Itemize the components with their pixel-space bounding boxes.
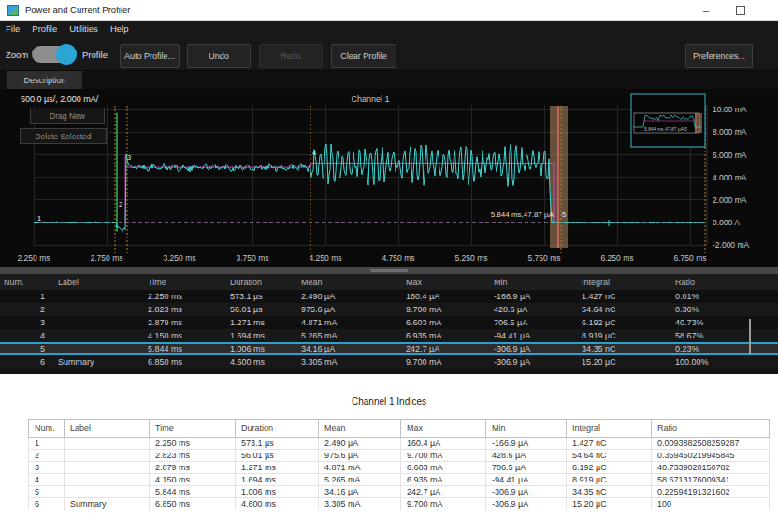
svg-text:6.250 ms: 6.250 ms — [601, 253, 634, 263]
cell: 3.305 mA — [295, 357, 400, 367]
svg-text:0.000 A: 0.000 A — [713, 218, 740, 227]
cell: 2 — [0, 305, 52, 314]
profile-table-row-5[interactable]: 55.844 ms1.006 ms34.16 µA242.7 µA-306.9 … — [0, 342, 778, 355]
cell: Summary — [65, 498, 150, 510]
header-cell: Time — [142, 278, 224, 287]
maximize-button[interactable] — [726, 0, 756, 21]
profile-table-row-3[interactable]: 32.879 ms1.271 ms4.871 mA6.603 mA706.5 µ… — [0, 316, 778, 329]
redo-button[interactable]: Redo — [259, 44, 323, 68]
cell: 6.192 µC — [567, 462, 652, 474]
header-cell: Num. — [29, 420, 65, 438]
cell: 1.271 ms — [224, 318, 295, 327]
cell: 15.20 µC — [567, 498, 652, 510]
cell — [65, 438, 150, 450]
cell: 56.01 µs — [224, 305, 295, 314]
indices-title: Channel 1 Indices — [0, 396, 778, 407]
svg-text:1: 1 — [37, 214, 41, 223]
indices-row-4: 44.150 ms1.694 ms5.265 mA6.935 mA-94.41 … — [29, 474, 770, 486]
svg-text:8.000 mA: 8.000 mA — [713, 127, 747, 137]
indices-row-2: 22.823 ms56.01 µs975.6 µA9.700 mA428.6 µ… — [29, 450, 770, 462]
cell: 573.1 µs — [224, 292, 295, 301]
header-cell: Integral — [567, 420, 652, 438]
svg-text:3: 3 — [127, 153, 131, 162]
menu-item-help[interactable]: Help — [110, 23, 129, 34]
maximize-icon — [736, 6, 745, 15]
cell: 100.00% — [670, 357, 748, 367]
header-cell: Mean — [295, 278, 400, 287]
svg-text:5.844 ms,47.87 µA 5: 5.844 ms,47.87 µA 5 — [644, 126, 687, 132]
menu-item-utilities[interactable]: Utilities — [69, 23, 98, 34]
cell: 9.700 mA — [401, 498, 486, 510]
waveform-chart[interactable]: 12345.844 ms,47.87 µA52.250 ms2.750 ms3.… — [0, 89, 778, 267]
cell: 1.271 ms — [236, 462, 319, 474]
cell: 34.35 nC — [567, 486, 652, 498]
window-title: Power and Current Profiler — [25, 5, 130, 15]
cell: 242.7 µA — [400, 344, 488, 353]
svg-text:-2.000 mA: -2.000 mA — [713, 240, 750, 250]
auto-profile-button[interactable]: Auto Profile... — [120, 44, 180, 68]
drag-new-button[interactable]: Drag New — [30, 108, 105, 124]
menu-item-profile[interactable]: Profile — [32, 23, 57, 34]
cell: Summary — [52, 357, 142, 367]
cell: 34.16 µA — [319, 486, 401, 498]
cell: 4.871 mA — [295, 318, 400, 327]
cell: 1.427 nC — [576, 292, 670, 301]
svg-text:5.250 ms: 5.250 ms — [455, 253, 488, 263]
cell: 4 — [0, 331, 52, 340]
minimize-button[interactable]: – — [691, 0, 721, 21]
header-cell: Num. — [0, 278, 52, 287]
cell: 58.6713176009341 — [652, 474, 770, 486]
cell: 2.823 ms — [142, 305, 224, 314]
cell: -306.9 µA — [486, 486, 567, 498]
cell: 6.935 mA — [401, 474, 486, 486]
tab-bar: Description — [0, 71, 778, 89]
menu-item-file[interactable]: File — [6, 23, 20, 34]
cell: 0.01% — [670, 292, 748, 301]
cell: 1 — [0, 292, 52, 301]
scale-per-division-label: 500.0 µs/, 2.000 mA/ — [21, 94, 98, 104]
header-cell: Duration — [236, 420, 319, 438]
cell: 1.694 ms — [224, 331, 295, 340]
cell: 3 — [29, 462, 65, 474]
cell: 2.250 ms — [142, 292, 224, 301]
cell: 4 — [29, 474, 65, 486]
preferences-button[interactable]: Preferences... — [685, 44, 753, 68]
zoom-label: Zoom — [6, 50, 28, 60]
cell: 2.490 µA — [319, 438, 401, 450]
svg-text:5.750 ms: 5.750 ms — [528, 253, 561, 263]
svg-text:4: 4 — [312, 149, 316, 157]
cell: 3 — [0, 318, 52, 327]
indices-header-row: Num.LabelTimeDurationMeanMaxMinIntegralR… — [29, 420, 770, 438]
cell: 2.250 ms — [150, 438, 236, 450]
cell: 6.850 ms — [142, 357, 224, 367]
cell: 1.427 nC — [567, 438, 652, 450]
svg-text:10.00 mA: 10.00 mA — [713, 105, 747, 114]
clear-profile-button[interactable]: Clear Profile — [331, 44, 396, 68]
profile-table-row-1[interactable]: 12.250 ms573.1 µs2.490 µA160.4 µA-166.9 … — [0, 290, 778, 303]
profile-table-row-6[interactable]: 6Summary6.850 ms4.600 ms3.305 mA9.700 mA… — [0, 355, 778, 368]
cell: 6.850 ms — [150, 498, 236, 510]
splitter[interactable] — [0, 267, 778, 274]
cell: 2.879 ms — [150, 462, 236, 474]
delete-selected-button[interactable]: Delete Selected — [20, 128, 107, 144]
svg-text:2.750 ms: 2.750 ms — [91, 253, 123, 263]
indices-section: Channel 1 Indices Num.LabelTimeDurationM… — [0, 374, 778, 532]
cell: 9.700 mA — [400, 357, 488, 367]
header-cell: Ratio — [652, 420, 770, 438]
svg-text:3.750 ms: 3.750 ms — [237, 253, 269, 263]
zoom-profile-toggle[interactable] — [32, 46, 75, 63]
cell: -306.9 µA — [486, 498, 567, 510]
profile-table-row-4[interactable]: 44.150 ms1.694 ms5.265 mA6.935 mA-94.41 … — [0, 329, 778, 342]
cell: 34.16 µA — [295, 344, 400, 353]
table-scrollbar[interactable] — [749, 319, 751, 354]
cell: -306.9 µA — [488, 357, 576, 367]
cell: 1.694 ms — [236, 474, 319, 486]
cell: 4.150 ms — [142, 331, 224, 340]
tab-description[interactable]: Description — [7, 71, 82, 89]
screen: Power and Current Profiler – File Profil… — [0, 0, 778, 532]
profile-table-row-2[interactable]: 22.823 ms56.01 µs975.6 µA9.700 mA428.6 µ… — [0, 303, 778, 316]
header-cell: Ratio — [670, 278, 748, 287]
cell: 0.23% — [670, 344, 748, 353]
cell: 5.265 mA — [319, 474, 401, 486]
undo-button[interactable]: Undo — [187, 44, 251, 68]
